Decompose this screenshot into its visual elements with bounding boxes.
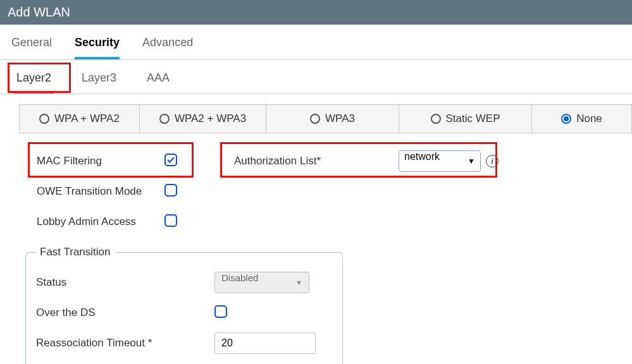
radio-wpa-wpa2[interactable]: WPA + WPA2 — [20, 105, 140, 133]
radio-static-wep[interactable]: Static WEP — [399, 105, 532, 133]
tab-advanced[interactable]: Advanced — [142, 36, 193, 59]
radio-label: WPA2 + WPA3 — [175, 112, 246, 125]
chevron-down-icon: ▼ — [295, 279, 302, 286]
radio-icon — [561, 114, 571, 124]
svg-rect-2 — [165, 215, 177, 226]
svg-rect-1 — [165, 185, 177, 196]
subtab-layer2[interactable]: Layer2 — [14, 68, 54, 94]
tab-security[interactable]: Security — [75, 36, 120, 59]
radio-icon — [431, 114, 441, 124]
mac-filtering-label: MAC Filtering — [0, 155, 164, 167]
radio-icon — [159, 114, 170, 124]
layer2-form-area: MAC Filtering Authorization List* networ… — [0, 133, 632, 364]
subtab-layer3[interactable]: Layer3 — [79, 68, 119, 94]
radio-wpa3[interactable]: WPA3 — [266, 105, 399, 133]
lobby-admin-checkbox[interactable] — [164, 214, 177, 229]
owe-transition-checkbox[interactable] — [164, 184, 177, 199]
subtab-aaa[interactable]: AAA — [144, 68, 172, 94]
ft-status-dropdown[interactable]: Disabled ▼ — [214, 272, 309, 293]
ft-over-ds-label: Over the DS — [36, 306, 214, 319]
mac-filtering-checkbox[interactable] — [164, 154, 177, 169]
ft-reassoc-timeout-label: Reassociation Timeout * — [36, 337, 214, 349]
top-tab-bar: General Security Advanced — [0, 25, 632, 60]
radio-none[interactable]: None — [532, 105, 632, 133]
checkbox-checked-icon — [164, 154, 177, 166]
checkbox-unchecked-icon — [214, 305, 227, 318]
security-sub-tab-bar: Layer2 Layer3 AAA — [0, 60, 632, 94]
row-ft-over-ds: Over the DS — [36, 298, 332, 328]
svg-rect-0 — [165, 154, 177, 166]
info-icon[interactable]: i — [486, 155, 499, 167]
ft-over-ds-checkbox[interactable] — [214, 305, 227, 320]
svg-rect-3 — [215, 306, 226, 317]
owe-transition-label: OWE Transition Mode — [0, 185, 164, 198]
dialog-title-bar: Add WLAN — [0, 0, 632, 25]
row-lobby-admin: Lobby Admin Access — [0, 207, 632, 237]
radio-icon — [310, 114, 320, 124]
radio-label: WPA + WPA2 — [54, 112, 120, 125]
ft-reassoc-timeout-input[interactable] — [214, 332, 316, 354]
row-ft-reassoc-timeout: Reassociation Timeout * — [36, 328, 332, 358]
lobby-admin-label: Lobby Admin Access — [0, 215, 164, 228]
fast-transition-fieldset: Fast Transition Status Disabled ▼ Over t… — [25, 246, 343, 364]
authorization-list-field-group: network ▼ i — [399, 150, 499, 172]
row-owe-transition: OWE Transition Mode — [0, 176, 632, 207]
authorization-list-value: network — [404, 151, 440, 162]
security-mode-radio-bar: WPA + WPA2 WPA2 + WPA3 WPA3 Static WEP N… — [19, 104, 632, 133]
radio-label: WPA3 — [325, 112, 355, 125]
row-mac-filtering: MAC Filtering Authorization List* networ… — [0, 146, 632, 176]
checkbox-unchecked-icon — [164, 214, 177, 227]
ft-status-label: Status — [36, 276, 214, 289]
authorization-list-dropdown[interactable]: network ▼ — [399, 150, 481, 172]
checkbox-unchecked-icon — [164, 184, 177, 197]
ft-status-value: Disabled — [221, 272, 258, 283]
radio-icon — [39, 114, 49, 124]
tab-general[interactable]: General — [11, 36, 52, 59]
radio-label: None — [576, 112, 602, 125]
row-ft-status: Status Disabled ▼ — [36, 267, 332, 298]
chevron-down-icon: ▼ — [468, 157, 475, 166]
dialog-title: Add WLAN — [8, 5, 70, 19]
radio-label: Static WEP — [446, 112, 500, 125]
radio-wpa2-wpa3[interactable]: WPA2 + WPA3 — [140, 105, 266, 133]
fast-transition-legend: Fast Transition — [36, 246, 115, 258]
authorization-list-label: Authorization List* — [177, 155, 399, 167]
